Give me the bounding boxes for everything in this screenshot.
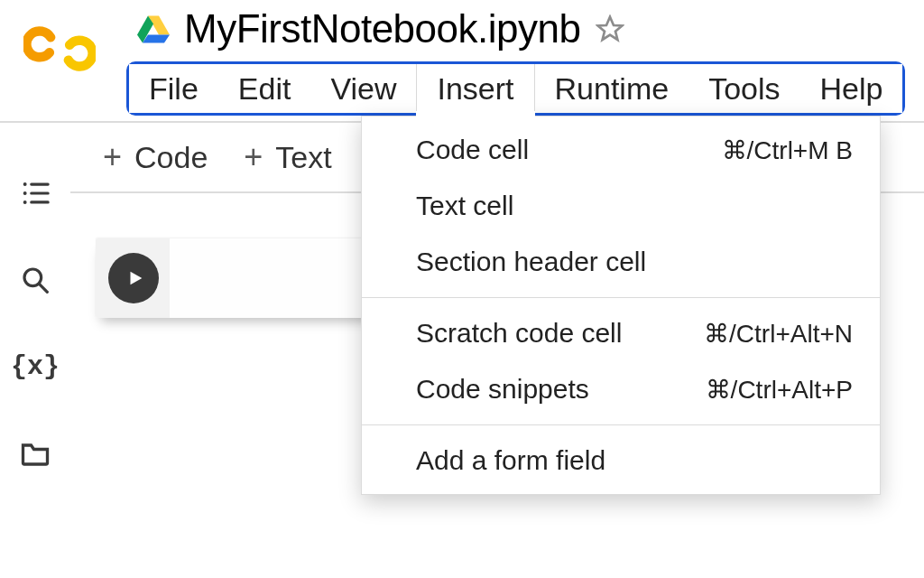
left-sidebar: {x} xyxy=(0,123,70,578)
variables-icon[interactable]: {x} xyxy=(17,349,53,385)
insert-menu-dropdown: Code cell⌘/Ctrl+M BText cellSection head… xyxy=(361,116,881,495)
menu-item-section-header-cell[interactable]: Section header cell xyxy=(362,234,880,290)
svg-point-6 xyxy=(23,191,27,195)
svg-point-4 xyxy=(23,182,27,186)
run-cell-button[interactable] xyxy=(108,253,159,303)
menu-item-shortcut: ⌘/Ctrl+M B xyxy=(722,135,853,165)
menu-file[interactable]: File xyxy=(129,64,218,113)
add-code-button[interactable]: + Code xyxy=(103,138,208,176)
menu-runtime[interactable]: Runtime xyxy=(535,64,689,113)
svg-marker-2 xyxy=(143,35,170,43)
menu-item-text-cell[interactable]: Text cell xyxy=(362,178,880,234)
menu-insert[interactable]: Insert xyxy=(416,64,534,113)
menu-item-shortcut: ⌘/Ctrl+Alt+N xyxy=(704,319,853,349)
menu-item-label: Code snippets xyxy=(416,374,589,405)
title-row: MyFirstNotebook.ipynb xyxy=(0,5,924,52)
add-text-button[interactable]: + Text xyxy=(244,138,331,176)
header: MyFirstNotebook.ipynb FileEditViewInsert… xyxy=(0,0,924,123)
menu-edit[interactable]: Edit xyxy=(218,64,311,113)
svg-marker-3 xyxy=(598,17,623,40)
plus-icon: + xyxy=(244,138,263,176)
search-icon[interactable] xyxy=(17,262,53,298)
plus-icon: + xyxy=(103,138,122,176)
svg-line-11 xyxy=(40,284,48,293)
add-code-label: Code xyxy=(134,140,208,175)
menu-item-code-snippets[interactable]: Code snippets⌘/Ctrl+Alt+P xyxy=(362,361,880,417)
google-drive-icon xyxy=(137,14,170,43)
svg-marker-12 xyxy=(130,272,142,285)
menu-item-shortcut: ⌘/Ctrl+Alt+P xyxy=(706,375,853,405)
menu-tools[interactable]: Tools xyxy=(688,64,799,113)
menubar: FileEditViewInsertRuntimeToolsHelp xyxy=(126,61,905,116)
files-icon[interactable] xyxy=(17,435,53,471)
menu-help[interactable]: Help xyxy=(800,64,903,113)
svg-point-8 xyxy=(23,200,27,204)
colab-logo xyxy=(23,22,96,76)
menu-item-label: Scratch code cell xyxy=(416,318,622,349)
notebook-filename[interactable]: MyFirstNotebook.ipynb xyxy=(184,6,580,51)
menubar-row: FileEditViewInsertRuntimeToolsHelp All c… xyxy=(126,61,924,116)
menu-separator xyxy=(362,424,880,425)
menu-item-label: Text cell xyxy=(416,191,513,221)
menu-item-label: Code cell xyxy=(416,135,529,165)
menu-separator xyxy=(362,297,880,298)
toc-icon[interactable] xyxy=(17,175,53,211)
star-icon[interactable] xyxy=(595,14,625,44)
menu-item-add-a-form-field[interactable]: Add a form field xyxy=(362,433,880,489)
menu-view[interactable]: View xyxy=(310,64,416,113)
menu-item-code-cell[interactable]: Code cell⌘/Ctrl+M B xyxy=(362,122,880,178)
code-cell[interactable] xyxy=(96,238,384,318)
menu-item-label: Section header cell xyxy=(416,247,646,277)
menu-item-scratch-code-cell[interactable]: Scratch code cell⌘/Ctrl+Alt+N xyxy=(362,305,880,361)
menu-item-label: Add a form field xyxy=(416,445,605,476)
add-text-label: Text xyxy=(275,140,331,175)
